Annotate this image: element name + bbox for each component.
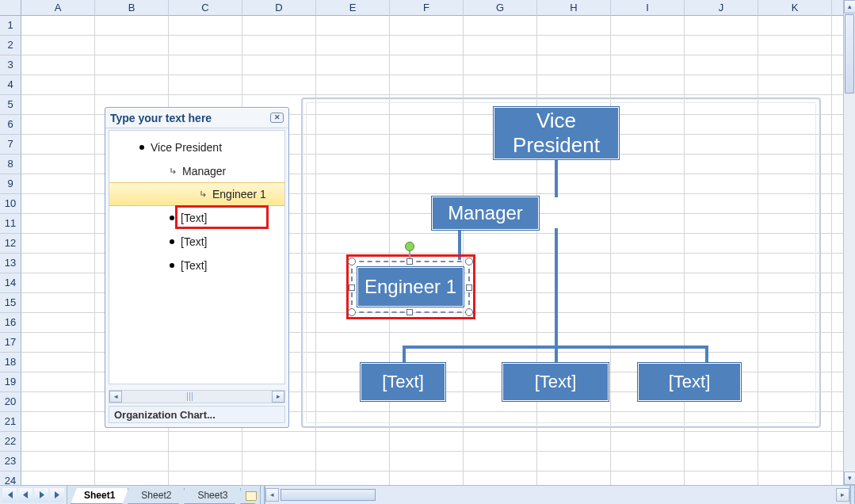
row-header[interactable]: 5 — [0, 95, 21, 115]
text-pane-item-label: [Text] — [181, 212, 207, 224]
tab-nav-prev[interactable] — [18, 488, 32, 502]
hscroll-split-grip[interactable] — [850, 486, 855, 504]
hscroll-right-button[interactable]: ▸ — [836, 488, 849, 502]
row-header[interactable]: 14 — [0, 273, 21, 293]
column-header[interactable]: D — [242, 0, 316, 16]
org-node-text1[interactable]: [Text] — [361, 363, 445, 401]
row-header[interactable]: 20 — [0, 392, 21, 412]
hscroll-thumb[interactable] — [281, 489, 376, 501]
text-pane-item-label: Manager — [182, 165, 226, 178]
resize-handle-s[interactable] — [407, 309, 413, 315]
text-pane-item[interactable]: Engineer 1 — [109, 182, 284, 206]
row-header[interactable]: 21 — [0, 412, 21, 432]
text-pane-item[interactable]: [Text] — [109, 254, 284, 277]
column-header[interactable]: C — [169, 0, 242, 16]
scroll-track[interactable] — [122, 391, 272, 403]
org-node-vp[interactable]: Vice President — [494, 107, 619, 159]
tab-nav-first[interactable] — [2, 488, 17, 502]
row-header[interactable]: 2 — [0, 36, 21, 55]
resize-handle-se[interactable] — [465, 308, 473, 316]
new-sheet-button[interactable] — [240, 488, 261, 504]
resize-handle-nw[interactable] — [348, 258, 356, 265]
org-node-engineer1[interactable]: Engineer 1 — [357, 267, 464, 307]
resize-handle-w[interactable] — [349, 284, 355, 291]
column-header[interactable]: F — [390, 0, 464, 16]
smartart-text-pane[interactable]: Type your text here ✕ Vice PresidentMana… — [105, 107, 289, 428]
org-node-manager[interactable]: Manager — [432, 197, 539, 230]
text-pane-item[interactable]: [Text] — [109, 206, 284, 230]
row-header[interactable]: 18 — [0, 353, 21, 372]
text-pane-item-label: Vice President — [151, 141, 222, 154]
rotation-handle[interactable] — [405, 242, 414, 251]
scroll-down-button[interactable]: ▾ — [844, 472, 855, 485]
row-header[interactable]: 22 — [0, 432, 21, 452]
org-node-text2[interactable]: [Text] — [502, 363, 609, 401]
column-header[interactable]: I — [611, 0, 685, 16]
row-header[interactable]: 3 — [0, 55, 21, 75]
resize-handle-ne[interactable] — [465, 258, 473, 265]
column-header-row: A B C D E F G H I J K L — [0, 0, 843, 16]
row-header[interactable]: 12 — [0, 234, 21, 254]
text-pane-item[interactable]: Vice President — [109, 136, 284, 159]
smartart-canvas[interactable]: Vice President Manager Engineer 1 [Text]… — [301, 97, 821, 428]
scroll-left-button[interactable]: ◂ — [109, 391, 122, 403]
row-header[interactable]: 17 — [0, 333, 21, 353]
resize-handle-e[interactable] — [466, 284, 472, 291]
row-header[interactable]: 13 — [0, 254, 21, 273]
text-pane-footer[interactable]: Organization Chart... — [109, 406, 285, 423]
connector — [555, 228, 558, 346]
text-pane-header[interactable]: Type your text here ✕ — [105, 108, 288, 128]
tab-nav-next[interactable] — [34, 488, 48, 502]
text-pane-item-label: [Text] — [181, 259, 207, 272]
resize-handle-sw[interactable] — [348, 308, 356, 316]
row-header[interactable]: 6 — [0, 115, 21, 135]
sub-arrow-icon — [170, 167, 177, 175]
vertical-scrollbar[interactable]: ▴ ▾ — [843, 0, 855, 485]
scroll-up-button[interactable]: ▴ — [844, 0, 855, 13]
text-pane-list[interactable]: Vice PresidentManagerEngineer 1[Text][Te… — [109, 130, 285, 384]
layout-name-label: Organization Chart... — [114, 409, 216, 421]
sheet-tab-bar: Sheet1 Sheet2 Sheet3 ◂ ▸ — [0, 485, 855, 504]
org-node-text3[interactable]: [Text] — [638, 363, 741, 401]
column-header[interactable]: K — [758, 0, 832, 16]
connector — [458, 228, 461, 260]
row-header[interactable]: 8 — [0, 155, 21, 174]
row-header[interactable]: 9 — [0, 174, 21, 194]
scroll-right-button[interactable]: ▸ — [272, 391, 284, 403]
row-header[interactable]: 1 — [0, 16, 21, 36]
resize-handle-n[interactable] — [407, 258, 413, 265]
tab-nav-last[interactable] — [50, 488, 64, 502]
sheet-tab[interactable]: Sheet2 — [128, 488, 185, 504]
hscroll-left-button[interactable]: ◂ — [265, 488, 279, 502]
row-header[interactable]: 23 — [0, 452, 21, 472]
text-pane-hscroll[interactable]: ◂ ▸ — [109, 390, 285, 403]
row-header[interactable]: 4 — [0, 75, 21, 95]
row-header[interactable]: 15 — [0, 293, 21, 313]
horizontal-scrollbar[interactable]: ◂ ▸ — [265, 486, 850, 504]
text-pane-item[interactable]: [Text] — [109, 230, 284, 254]
sheet-tab[interactable]: Sheet1 — [71, 488, 128, 504]
row-header[interactable]: 11 — [0, 214, 21, 234]
column-header[interactable]: J — [685, 0, 758, 16]
row-header[interactable]: 10 — [0, 194, 21, 214]
text-pane-item-label: Engineer 1 — [212, 188, 266, 200]
spreadsheet-area: A B C D E F G H I J K L 1234567891011121… — [0, 0, 855, 485]
column-header[interactable]: B — [95, 0, 169, 16]
row-header[interactable]: 19 — [0, 372, 21, 392]
column-header[interactable]: E — [316, 0, 390, 16]
connector — [555, 159, 558, 197]
row-header[interactable]: 16 — [0, 313, 21, 333]
column-header[interactable]: H — [537, 0, 611, 16]
sheet-tab[interactable]: Sheet3 — [184, 488, 241, 504]
text-pane-item[interactable]: Manager — [109, 159, 284, 183]
column-header[interactable]: A — [21, 0, 95, 16]
text-pane-close-button[interactable]: ✕ — [270, 113, 284, 123]
sheet-tabs: Sheet1 Sheet2 Sheet3 — [67, 486, 260, 504]
column-header[interactable]: G — [464, 0, 537, 16]
select-all-corner[interactable] — [0, 0, 21, 16]
vscroll-thumb[interactable] — [845, 14, 854, 94]
bullet-icon — [139, 145, 144, 150]
bullet-icon — [170, 263, 174, 268]
bullet-icon — [170, 239, 174, 244]
row-header[interactable]: 7 — [0, 135, 21, 155]
